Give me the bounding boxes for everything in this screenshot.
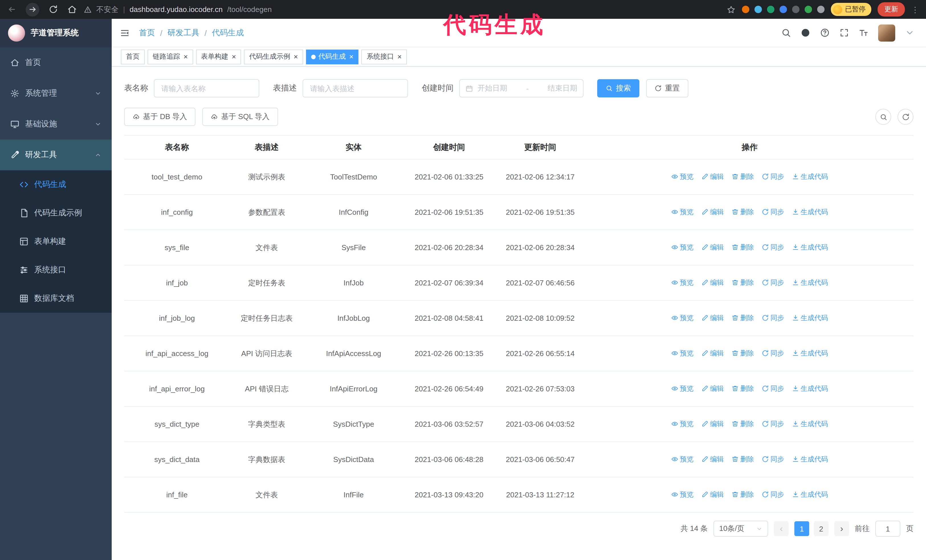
reset-button[interactable]: 重置 <box>646 79 688 97</box>
app-logo[interactable]: 芋道管理系统 <box>0 19 112 47</box>
action-edit-button[interactable]: 编辑 <box>702 349 724 358</box>
refresh-table-button[interactable] <box>897 109 914 125</box>
action-edit-button[interactable]: 编辑 <box>702 207 724 217</box>
sidebar-item-0[interactable]: 首页 <box>0 47 112 78</box>
fullscreen-icon[interactable] <box>840 28 849 38</box>
address-bar[interactable]: 不安全 | dashboard.yudao.iocoder.cn/tool/co… <box>84 4 272 15</box>
extension-icon[interactable] <box>805 6 812 13</box>
extension-icon[interactable] <box>779 6 787 13</box>
tab-5[interactable]: 系统接口× <box>362 49 407 64</box>
next-page-button[interactable]: › <box>834 521 849 536</box>
extension-icon[interactable] <box>755 6 762 13</box>
action-download-button[interactable]: 生成代码 <box>792 207 828 217</box>
action-sync-button[interactable]: 同步 <box>762 454 784 464</box>
action-download-button[interactable]: 生成代码 <box>792 384 828 394</box>
action-eye-button[interactable]: 预览 <box>671 207 693 217</box>
font-size-icon[interactable] <box>859 28 869 38</box>
action-download-button[interactable]: 生成代码 <box>792 278 828 288</box>
action-sync-button[interactable]: 同步 <box>762 207 784 217</box>
goto-page-input[interactable] <box>875 521 900 537</box>
table-desc-input[interactable] <box>303 79 408 97</box>
bookmark-star-icon[interactable] <box>726 5 736 14</box>
sidebar-item-1[interactable]: 系统管理 <box>0 78 112 109</box>
action-eye-button[interactable]: 预览 <box>671 490 693 500</box>
action-edit-button[interactable]: 编辑 <box>702 313 724 323</box>
sidebar-subitem-1[interactable]: 代码生成示例 <box>0 199 112 227</box>
action-eye-button[interactable]: 预览 <box>671 243 693 252</box>
sidebar-item-2[interactable]: 基础设施 <box>0 109 112 140</box>
action-edit-button[interactable]: 编辑 <box>702 454 724 464</box>
action-download-button[interactable]: 生成代码 <box>792 313 828 323</box>
user-avatar[interactable] <box>878 24 895 41</box>
action-eye-button[interactable]: 预览 <box>671 313 693 323</box>
breadcrumb-item[interactable]: 首页 <box>139 28 155 38</box>
action-trash-button[interactable]: 删除 <box>732 207 754 217</box>
tab-1[interactable]: 链路追踪× <box>148 49 193 64</box>
action-edit-button[interactable]: 编辑 <box>702 172 724 182</box>
action-trash-button[interactable]: 删除 <box>732 349 754 358</box>
sidebar-subitem-2[interactable]: 表单构建 <box>0 227 112 256</box>
action-trash-button[interactable]: 删除 <box>732 243 754 252</box>
action-edit-button[interactable]: 编辑 <box>702 490 724 500</box>
action-trash-button[interactable]: 删除 <box>732 490 754 500</box>
help-icon[interactable] <box>820 28 830 38</box>
paused-badge[interactable]: 已暂停 <box>831 3 871 16</box>
import-db-button[interactable]: 基于 DB 导入 <box>124 108 196 126</box>
action-eye-button[interactable]: 预览 <box>671 384 693 394</box>
page-button-2[interactable]: 2 <box>814 521 829 536</box>
action-trash-button[interactable]: 删除 <box>732 172 754 182</box>
import-sql-button[interactable]: 基于 SQL 导入 <box>203 108 278 126</box>
extension-icon[interactable] <box>792 6 799 13</box>
extension-icon[interactable] <box>767 6 775 13</box>
action-sync-button[interactable]: 同步 <box>762 172 784 182</box>
action-sync-button[interactable]: 同步 <box>762 313 784 323</box>
forward-button[interactable] <box>26 3 39 16</box>
action-trash-button[interactable]: 删除 <box>732 384 754 394</box>
action-download-button[interactable]: 生成代码 <box>792 349 828 358</box>
sidebar-toggle-button[interactable] <box>120 28 130 38</box>
tab-2[interactable]: 表单构建× <box>196 49 241 64</box>
tab-close-icon[interactable]: × <box>349 53 354 60</box>
action-download-button[interactable]: 生成代码 <box>792 490 828 500</box>
page-size-select[interactable]: 10条/页 <box>713 521 768 537</box>
toggle-search-button[interactable] <box>875 109 891 125</box>
sidebar-item-3[interactable]: 研发工具 <box>0 140 112 171</box>
home-icon[interactable] <box>67 5 77 14</box>
action-download-button[interactable]: 生成代码 <box>792 243 828 252</box>
prev-page-button[interactable]: ‹ <box>774 521 789 536</box>
action-edit-button[interactable]: 编辑 <box>702 419 724 429</box>
breadcrumb-item[interactable]: 代码生成 <box>212 28 244 38</box>
action-sync-button[interactable]: 同步 <box>762 490 784 500</box>
action-eye-button[interactable]: 预览 <box>671 419 693 429</box>
sidebar-subitem-0[interactable]: 代码生成 <box>0 171 112 199</box>
tab-0[interactable]: 首页 <box>121 49 145 64</box>
action-edit-button[interactable]: 编辑 <box>702 278 724 288</box>
reload-icon[interactable] <box>48 5 58 14</box>
action-eye-button[interactable]: 预览 <box>671 349 693 358</box>
extension-icon[interactable] <box>742 6 749 13</box>
action-trash-button[interactable]: 删除 <box>732 278 754 288</box>
action-sync-button[interactable]: 同步 <box>762 278 784 288</box>
tab-4[interactable]: 代码生成× <box>306 49 359 64</box>
breadcrumb-item[interactable]: 研发工具 <box>168 28 200 38</box>
tab-close-icon[interactable]: × <box>294 53 298 60</box>
tab-3[interactable]: 代码生成示例× <box>244 49 303 64</box>
date-range-picker[interactable]: 开始日期 - 结束日期 <box>459 79 584 97</box>
action-trash-button[interactable]: 删除 <box>732 454 754 464</box>
action-eye-button[interactable]: 预览 <box>671 172 693 182</box>
action-edit-button[interactable]: 编辑 <box>702 243 724 252</box>
page-button-1[interactable]: 1 <box>794 521 809 536</box>
action-download-button[interactable]: 生成代码 <box>792 172 828 182</box>
chrome-menu-icon[interactable]: ⋮ <box>911 5 919 14</box>
update-button[interactable]: 更新 <box>878 2 905 17</box>
tab-close-icon[interactable]: × <box>398 53 402 60</box>
search-button[interactable]: 搜索 <box>597 79 639 97</box>
extension-icon[interactable] <box>817 6 825 13</box>
action-trash-button[interactable]: 删除 <box>732 313 754 323</box>
action-sync-button[interactable]: 同步 <box>762 349 784 358</box>
action-sync-button[interactable]: 同步 <box>762 384 784 394</box>
table-name-input[interactable] <box>154 79 259 97</box>
github-icon[interactable] <box>800 28 810 38</box>
action-eye-button[interactable]: 预览 <box>671 454 693 464</box>
action-sync-button[interactable]: 同步 <box>762 419 784 429</box>
